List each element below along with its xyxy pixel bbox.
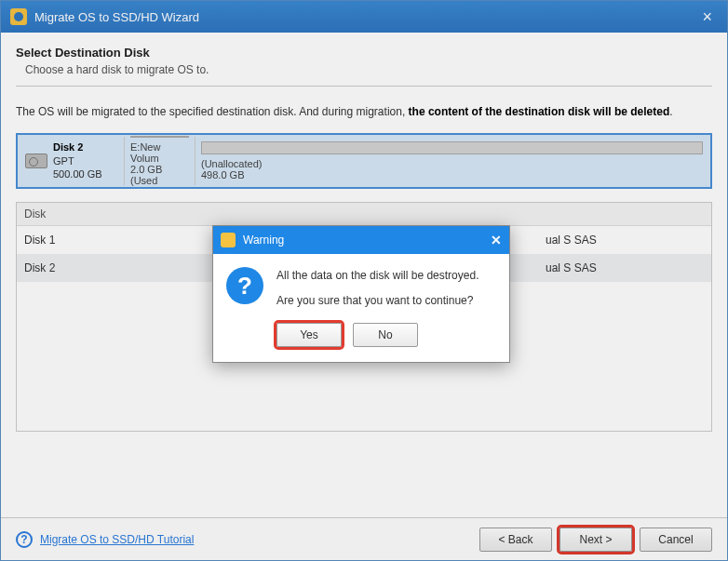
warning-dialog: Warning ✕ ? All the data on the disk wil… <box>212 225 510 363</box>
yes-button[interactable]: Yes <box>276 323 342 347</box>
footer: ? Migrate OS to SSD/HD Tutorial < Back N… <box>1 517 727 560</box>
disk-tail: ual S SAS <box>546 234 704 247</box>
separator <box>16 86 712 87</box>
partition-detail: 2.0 GB (Used <box>130 164 189 186</box>
app-icon <box>10 8 27 25</box>
partition-bar <box>130 136 189 138</box>
partition-bar <box>201 141 703 154</box>
partition-1: E:New Volum 2.0 GB (Used <box>124 137 195 185</box>
page-subtitle: Choose a hard disk to migrate OS to. <box>25 63 712 76</box>
partition-label: E:New Volum <box>130 141 189 164</box>
dialog-message: All the data on the disk will be destroy… <box>276 267 479 347</box>
dialog-line2: Are you sure that you want to continue? <box>276 292 479 310</box>
disk-size: 500.00 GB <box>53 167 102 181</box>
tutorial-link[interactable]: Migrate OS to SSD/HD Tutorial <box>40 533 194 546</box>
disk-info: Disk 2 GPT 500.00 GB <box>20 137 124 185</box>
window-title: Migrate OS to SSD/HD Wizard <box>34 10 199 24</box>
page-title: Select Destination Disk <box>16 46 712 60</box>
selected-disk-panel[interactable]: Disk 2 GPT 500.00 GB E:New Volum 2.0 GB … <box>16 133 712 189</box>
disk-tail: ual S SAS <box>546 261 704 274</box>
next-button[interactable]: Next > <box>559 528 632 552</box>
cancel-button[interactable]: Cancel <box>640 528 712 552</box>
back-button[interactable]: < Back <box>479 528 552 552</box>
partition-detail: 498.0 GB <box>201 169 703 180</box>
warning-bold: the content of the destination disk will… <box>409 105 670 118</box>
disk-scheme: GPT <box>53 154 102 168</box>
dialog-line1: All the data on the disk will be destroy… <box>276 267 479 285</box>
question-icon: ? <box>226 267 263 304</box>
close-icon[interactable]: × <box>696 7 718 27</box>
partition-2: (Unallocated) 498.0 GB <box>195 137 708 185</box>
svg-point-0 <box>14 12 23 21</box>
dialog-title: Warning <box>243 234 284 247</box>
dialog-icon <box>221 233 236 247</box>
dialog-titlebar: Warning ✕ <box>213 226 509 254</box>
migration-warning: The OS will be migrated to the specified… <box>16 103 712 120</box>
dialog-close-icon[interactable]: ✕ <box>491 233 502 247</box>
disk-name: Disk 2 <box>53 140 102 154</box>
disk-icon <box>25 154 47 168</box>
titlebar: Migrate OS to SSD/HD Wizard × <box>1 1 727 33</box>
partition-label: (Unallocated) <box>201 158 703 169</box>
table-header: Disk <box>17 203 711 226</box>
no-button[interactable]: No <box>353 323 418 347</box>
help-icon[interactable]: ? <box>16 531 33 548</box>
warning-prefix: The OS will be migrated to the specified… <box>16 105 409 118</box>
